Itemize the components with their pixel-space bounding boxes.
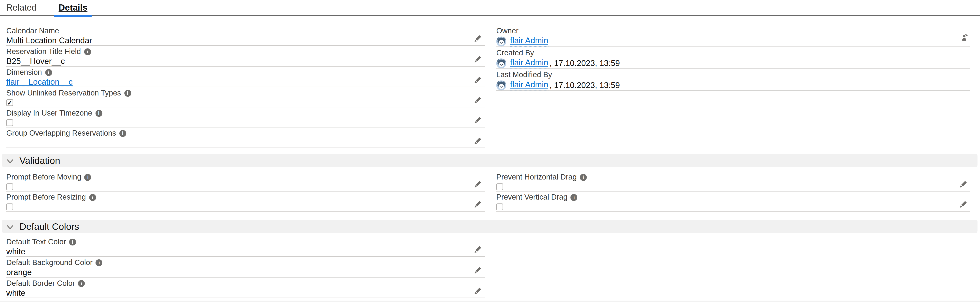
section-default-colors-fields: Default Text Colori white Default Backgr…	[6, 236, 980, 298]
default-colors-left-column: Default Text Colori white Default Backgr…	[6, 236, 485, 298]
show-unlinked-checkbox[interactable]: ✓	[6, 99, 13, 106]
edit-icon[interactable]	[474, 55, 482, 63]
field-label: Group Overlapping Reservations	[6, 129, 116, 138]
section-header-default-colors[interactable]: Default Colors	[2, 220, 978, 233]
created-by-user-link[interactable]: flair Admin	[510, 58, 548, 68]
edit-icon[interactable]	[474, 179, 482, 188]
field-default-border-color: Default Border Colori white	[6, 278, 485, 298]
info-icon[interactable]: i	[69, 239, 76, 246]
field-label: Prompt Before Moving	[6, 173, 81, 181]
dimension-link[interactable]: flair__Location__c	[6, 77, 72, 87]
field-label: Calendar Name	[6, 27, 59, 35]
edit-icon[interactable]	[474, 75, 482, 84]
edit-icon[interactable]	[474, 265, 482, 274]
field-label: Default Border Color	[6, 279, 75, 287]
info-icon[interactable]: i	[580, 174, 587, 181]
section-record-info: Calendar Name Multi Location Calendar Re…	[6, 25, 980, 148]
field-value: orange	[6, 268, 485, 277]
field-label: Display In User Timezone	[6, 109, 92, 117]
field-show-unlinked-reservation-types: Show Unlinked Reservation Typesi ✓	[6, 87, 485, 107]
field-reservation-title-field: Reservation Title Fieldi B25__Hover__c	[6, 46, 485, 67]
field-value: Multi Location Calendar	[6, 36, 485, 45]
field-label: Owner	[496, 27, 519, 35]
field-prevent-vertical-drag: Prevent Vertical Dragi	[496, 191, 970, 211]
field-last-modified-by: Last Modified By flair Admin , 17.10.202…	[496, 69, 970, 91]
edit-icon[interactable]	[960, 179, 968, 188]
edit-icon[interactable]	[474, 95, 482, 104]
info-icon[interactable]: i	[78, 280, 85, 287]
field-label: Reservation Title Field	[6, 48, 81, 56]
astro-avatar	[496, 36, 506, 46]
prevent-vertical-drag-checkbox[interactable]	[496, 203, 503, 210]
field-value: B25__Hover__c	[6, 56, 485, 66]
field-group-overlapping-reservations: Group Overlapping Reservationsi	[6, 127, 485, 148]
field-prompt-before-moving: Prompt Before Movingi	[6, 171, 485, 191]
field-label: Prompt Before Resizing	[6, 194, 86, 201]
record-details-panel: Related Details Calendar Name Multi Loca…	[0, 0, 980, 303]
field-created-by: Created By flair Admin , 17.10.2023, 13:…	[496, 47, 970, 69]
field-calendar-name: Calendar Name Multi Location Calendar	[6, 25, 485, 46]
field-prompt-before-resizing: Prompt Before Resizingi	[6, 191, 485, 211]
last-modified-datetime: , 17.10.2023, 13:59	[550, 80, 620, 90]
validation-right-column: Prevent Horizontal Dragi Prevent Vertica…	[496, 171, 970, 211]
info-icon[interactable]: i	[45, 69, 52, 76]
info-icon[interactable]: i	[124, 90, 131, 97]
chevron-down-icon	[6, 157, 14, 164]
field-label: Default Text Color	[6, 238, 66, 246]
field-prevent-horizontal-drag: Prevent Horizontal Dragi	[496, 171, 970, 191]
field-value: white	[6, 247, 485, 256]
change-owner-icon[interactable]	[960, 33, 969, 42]
field-dimension: Dimensioni flair__Location__c	[6, 67, 485, 87]
section-title: Default Colors	[19, 220, 79, 233]
record-info-right-column: Owner flair Admin Created By flair Admin…	[496, 25, 970, 148]
tab-details[interactable]: Details	[54, 0, 92, 16]
field-label: Prevent Vertical Drag	[496, 194, 568, 201]
section-title: Validation	[19, 154, 60, 167]
info-icon[interactable]: i	[84, 174, 91, 181]
info-icon[interactable]: i	[571, 194, 578, 201]
info-icon[interactable]: i	[84, 48, 91, 55]
owner-user-link[interactable]: flair Admin	[510, 36, 548, 46]
field-label: Prevent Horizontal Drag	[496, 173, 577, 181]
info-icon[interactable]: i	[119, 130, 126, 137]
astro-avatar	[496, 58, 506, 68]
info-icon[interactable]: i	[89, 194, 96, 201]
field-value: white	[6, 288, 485, 298]
edit-icon[interactable]	[474, 136, 482, 144]
field-value	[6, 138, 485, 148]
section-validation-fields: Prompt Before Movingi Prompt Before Resi…	[6, 171, 980, 211]
edit-icon[interactable]	[474, 116, 482, 124]
field-default-background-color: Default Background Colori orange	[6, 257, 485, 278]
record-info-left-column: Calendar Name Multi Location Calendar Re…	[6, 25, 485, 148]
record-tabbar: Related Details	[0, 0, 980, 16]
edit-icon[interactable]	[474, 34, 482, 42]
section-header-validation[interactable]: Validation	[2, 154, 978, 167]
field-label: Last Modified By	[496, 71, 552, 79]
default-colors-right-column	[496, 236, 970, 298]
prompt-before-resizing-checkbox[interactable]	[6, 203, 13, 210]
field-owner: Owner flair Admin	[496, 25, 970, 47]
prompt-before-moving-checkbox[interactable]	[6, 183, 13, 190]
info-icon[interactable]: i	[96, 259, 103, 266]
display-in-user-timezone-checkbox[interactable]	[6, 119, 13, 126]
tab-related[interactable]: Related	[6, 2, 37, 13]
field-label: Default Background Color	[6, 259, 92, 267]
field-label: Created By	[496, 49, 534, 57]
info-icon[interactable]: i	[95, 110, 102, 117]
field-default-text-color: Default Text Colori white	[6, 236, 485, 257]
astro-avatar	[496, 80, 506, 90]
edit-icon[interactable]	[960, 200, 968, 208]
edit-icon[interactable]	[474, 245, 482, 253]
page-bottom-divider	[0, 301, 980, 301]
created-datetime: , 17.10.2023, 13:59	[550, 58, 620, 68]
last-modified-by-user-link[interactable]: flair Admin	[510, 80, 548, 90]
prevent-horizontal-drag-checkbox[interactable]	[496, 183, 503, 190]
field-label: Show Unlinked Reservation Types	[6, 89, 121, 97]
chevron-down-icon	[6, 222, 14, 230]
field-label: Dimension	[6, 68, 42, 76]
field-display-in-user-timezone: Display In User Timezonei	[6, 107, 485, 127]
edit-icon[interactable]	[474, 200, 482, 208]
edit-icon[interactable]	[474, 286, 482, 294]
validation-left-column: Prompt Before Movingi Prompt Before Resi…	[6, 171, 485, 211]
